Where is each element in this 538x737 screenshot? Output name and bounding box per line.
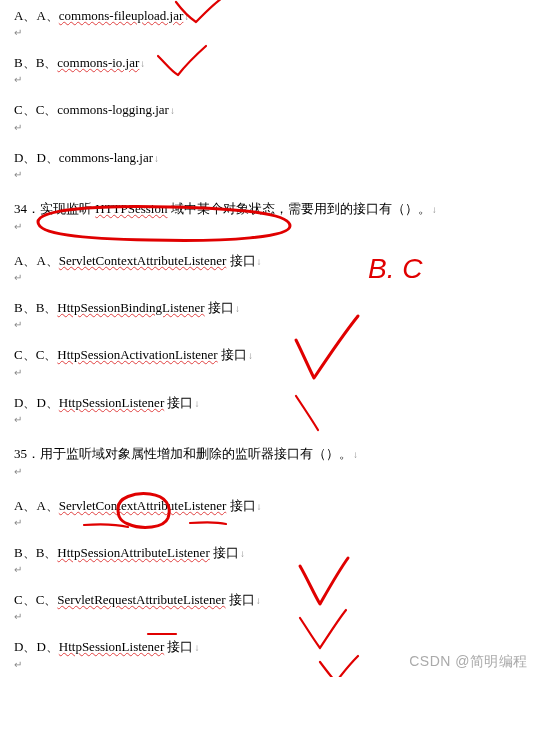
option-line: A、A、commons-fileupload.jar↓	[14, 7, 538, 25]
option-prefix: A、A、	[14, 253, 59, 268]
option-text: commons-fileupload.jar	[59, 8, 184, 23]
option-prefix: C、C、	[14, 592, 57, 607]
option-text: commons-logging.jar	[57, 102, 169, 117]
option-suffix: 接口	[226, 592, 255, 607]
question-35: 35．用于监听域对象属性增加和删除的监听器接口有（）。↓	[14, 445, 538, 463]
down-arrow: ↓	[240, 548, 245, 559]
option-line: A、A、ServletContextAttributeListener 接口↓	[14, 497, 538, 515]
return-mark: ↵	[14, 465, 538, 479]
return-mark: ↵	[14, 121, 538, 135]
option-prefix: C、C、	[14, 347, 57, 362]
return-mark: ↵	[14, 516, 538, 530]
option-link: HttpSessionBindingListener	[57, 300, 204, 315]
option-link: ServletContextAttributeListener	[59, 253, 227, 268]
option-prefix: B、B、	[14, 545, 57, 560]
option-line: C、C、commons-logging.jar↓	[14, 101, 538, 119]
question-number: 35．	[14, 446, 40, 461]
option-link: ServletRequestAttributeListener	[57, 592, 225, 607]
option-line: B、B、HttpSessionBindingListener 接口↓	[14, 299, 538, 317]
down-arrow: ↓	[194, 642, 199, 653]
watermark: CSDN @简明编程	[409, 653, 528, 671]
option-prefix: A、A、	[14, 8, 59, 23]
option-prefix: D、D、	[14, 150, 59, 165]
question-number: 34．	[14, 201, 40, 216]
option-line: B、B、HttpSessionAttributeListener 接口↓	[14, 544, 538, 562]
option-line: A、A、ServletContextAttributeListener 接口↓	[14, 252, 538, 270]
down-arrow: ↓	[257, 501, 262, 512]
option-prefix: D、D、	[14, 395, 59, 410]
option-suffix: 接口	[205, 300, 234, 315]
option-line: C、C、ServletRequestAttributeListener 接口↓	[14, 591, 538, 609]
return-mark: ↵	[14, 26, 538, 40]
down-arrow: ↓	[184, 11, 189, 22]
option-text: commons-lang.jar	[59, 150, 153, 165]
return-mark: ↵	[14, 413, 538, 427]
option-link: HttpSessionListener	[59, 639, 164, 654]
question-34: 34．实现监听 HTTPSession 域中某个对象状态，需要用到的接口有（）。…	[14, 200, 538, 218]
option-link: HttpSessionActivationListener	[57, 347, 217, 362]
option-line: C、C、HttpSessionActivationListener 接口↓	[14, 346, 538, 364]
question-text-post: 域中某个对象状态，需要用到的接口有（）。	[167, 201, 430, 216]
option-suffix: 接口	[218, 347, 247, 362]
option-suffix: 接口	[164, 639, 193, 654]
down-arrow: ↓	[170, 105, 175, 116]
option-text: commons-io.jar	[57, 55, 139, 70]
question-keyword: HTTPSession	[95, 201, 167, 216]
option-suffix: 接口	[210, 545, 239, 560]
return-mark: ↵	[14, 610, 538, 624]
option-prefix: D、D、	[14, 639, 59, 654]
return-mark: ↵	[14, 73, 538, 87]
option-prefix: B、B、	[14, 55, 57, 70]
option-link: ServletContextAttributeListener	[59, 498, 227, 513]
down-arrow: ↓	[432, 204, 437, 215]
down-arrow: ↓	[257, 256, 262, 267]
down-arrow: ↓	[194, 398, 199, 409]
option-prefix: B、B、	[14, 300, 57, 315]
return-mark: ↵	[14, 563, 538, 577]
question-text-pre: 实现监听	[40, 201, 95, 216]
return-mark: ↵	[14, 366, 538, 380]
option-prefix: A、A、	[14, 498, 59, 513]
down-arrow: ↓	[353, 449, 358, 460]
option-line: B、B、commons-io.jar↓	[14, 54, 538, 72]
option-line: D、D、commons-lang.jar↓	[14, 149, 538, 167]
question-text: 用于监听域对象属性增加和删除的监听器接口有（）。	[40, 446, 352, 461]
option-suffix: 接口	[226, 498, 255, 513]
option-suffix: 接口	[164, 395, 193, 410]
down-arrow: ↓	[248, 350, 253, 361]
document-content: A、A、commons-fileupload.jar↓ ↵ B、B、common…	[0, 0, 538, 672]
down-arrow: ↓	[140, 58, 145, 69]
down-arrow: ↓	[154, 153, 159, 164]
down-arrow: ↓	[256, 595, 261, 606]
return-mark: ↵	[14, 271, 538, 285]
option-prefix: C、C、	[14, 102, 57, 117]
option-line: D、D、HttpSessionListener 接口↓	[14, 394, 538, 412]
return-mark: ↵	[14, 220, 538, 234]
return-mark: ↵	[14, 168, 538, 182]
option-link: HttpSessionListener	[59, 395, 164, 410]
down-arrow: ↓	[235, 303, 240, 314]
option-suffix: 接口	[226, 253, 255, 268]
option-link: HttpSessionAttributeListener	[57, 545, 209, 560]
return-mark: ↵	[14, 318, 538, 332]
